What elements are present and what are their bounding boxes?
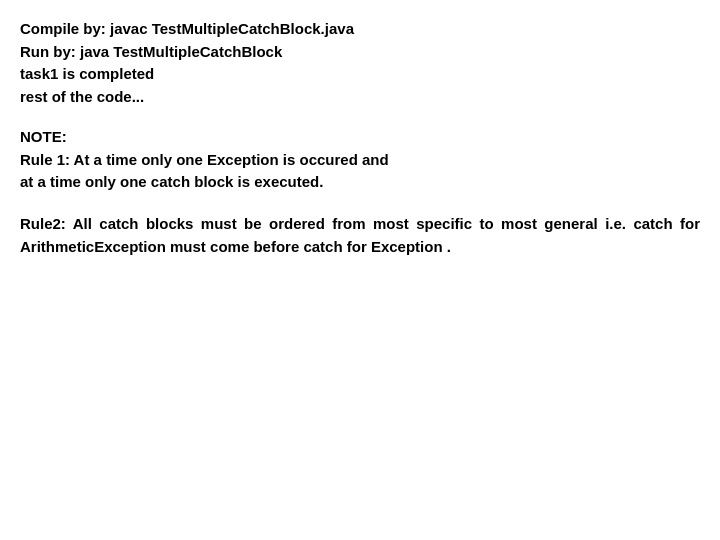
- rule1-line1: Rule 1: At a time only one Exception is …: [20, 149, 700, 172]
- rule1-line2: at a time only one catch block is execut…: [20, 171, 700, 194]
- rule2-text: Rule2: All catch blocks must be ordered …: [20, 212, 700, 259]
- rest-line: rest of the code...: [20, 86, 700, 109]
- task-line: task1 is completed: [20, 63, 700, 86]
- main-content: Compile by: javac TestMultipleCatchBlock…: [0, 0, 720, 276]
- note-label: NOTE:: [20, 126, 700, 149]
- run-line: Run by: java TestMultipleCatchBlock: [20, 41, 700, 64]
- spacer-2: [20, 194, 700, 212]
- spacer-1: [20, 108, 700, 126]
- compile-line: Compile by: javac TestMultipleCatchBlock…: [20, 18, 700, 41]
